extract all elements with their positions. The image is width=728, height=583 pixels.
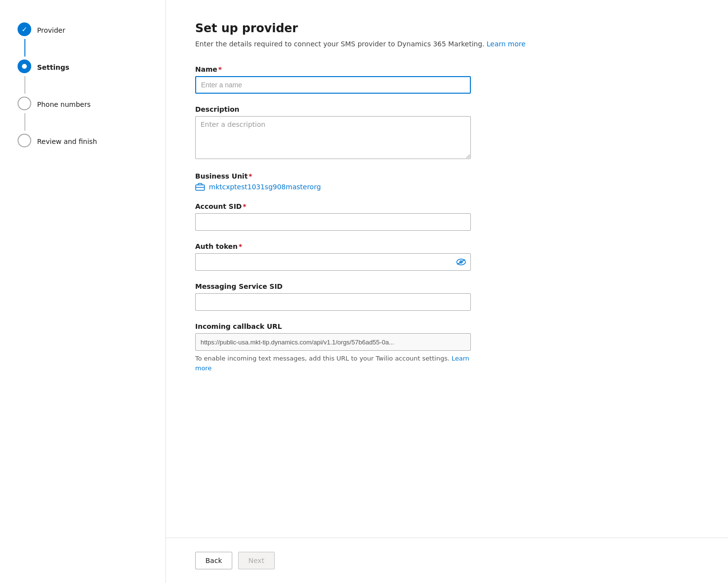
main-content: Set up provider Enter the details requir…: [166, 0, 728, 583]
connector-3: [24, 113, 25, 131]
form-content: Set up provider Enter the details requir…: [166, 0, 728, 538]
business-unit-field-group: Business Unit* mktcxptest1031sg908master…: [195, 172, 699, 191]
step-review: Review and finish: [18, 131, 165, 150]
auth-token-label: Auth token*: [195, 242, 699, 250]
svg-line-4: [457, 260, 465, 264]
step-label-settings: Settings: [37, 61, 69, 71]
step-circle-review: [18, 134, 31, 147]
auth-token-input[interactable]: [195, 253, 471, 271]
account-sid-label: Account SID*: [195, 202, 699, 210]
connector-1: [24, 39, 25, 57]
step-circle-phone: [18, 97, 31, 110]
step-settings: Settings: [18, 57, 165, 76]
checkmark-icon: ✓: [21, 25, 27, 33]
header-learn-more-link[interactable]: Learn more: [486, 40, 526, 48]
description-input[interactable]: [195, 116, 471, 159]
business-unit-text: mktcxptest1031sg908masterorg: [209, 183, 321, 191]
messaging-service-sid-field-group: Messaging Service SID: [195, 282, 699, 311]
business-unit-icon: [195, 183, 205, 191]
step-circle-provider: ✓: [18, 22, 31, 36]
business-unit-value[interactable]: mktcxptest1031sg908masterorg: [195, 183, 699, 191]
active-dot: [22, 64, 27, 69]
auth-token-field-group: Auth token*: [195, 242, 699, 271]
callback-url-label: Incoming callback URL: [195, 322, 699, 330]
step-label-provider: Provider: [37, 24, 65, 34]
step-label-phone: Phone numbers: [37, 99, 91, 108]
page-title: Set up provider: [195, 21, 699, 35]
form-footer: Back Next: [166, 538, 728, 583]
business-unit-label: Business Unit*: [195, 172, 699, 180]
step-phone-numbers: Phone numbers: [18, 94, 165, 113]
page-subtitle: Enter the details required to connect yo…: [195, 40, 699, 48]
name-label: Name*: [195, 65, 699, 73]
messaging-service-sid-label: Messaging Service SID: [195, 282, 699, 290]
step-provider: ✓ Provider: [18, 20, 165, 39]
callback-note: To enable incoming text messages, add th…: [195, 354, 471, 373]
sidebar: ✓ Provider Settings Phone numbers Review…: [0, 0, 166, 583]
toggle-password-visibility-button[interactable]: [456, 259, 466, 265]
connector-2: [24, 76, 25, 94]
account-sid-input[interactable]: [195, 213, 471, 231]
next-button[interactable]: Next: [238, 552, 275, 569]
back-button[interactable]: Back: [195, 552, 232, 569]
description-field-group: Description: [195, 105, 699, 161]
callback-url-field-group: Incoming callback URL To enable incoming…: [195, 322, 699, 373]
callback-url-input[interactable]: [195, 333, 471, 351]
step-label-review: Review and finish: [37, 136, 97, 145]
auth-token-input-wrapper: [195, 253, 471, 271]
name-field-group: Name*: [195, 65, 699, 94]
step-circle-settings: [18, 60, 31, 73]
account-sid-field-group: Account SID*: [195, 202, 699, 231]
messaging-service-sid-input[interactable]: [195, 293, 471, 311]
description-label: Description: [195, 105, 699, 113]
name-input[interactable]: [195, 76, 471, 94]
